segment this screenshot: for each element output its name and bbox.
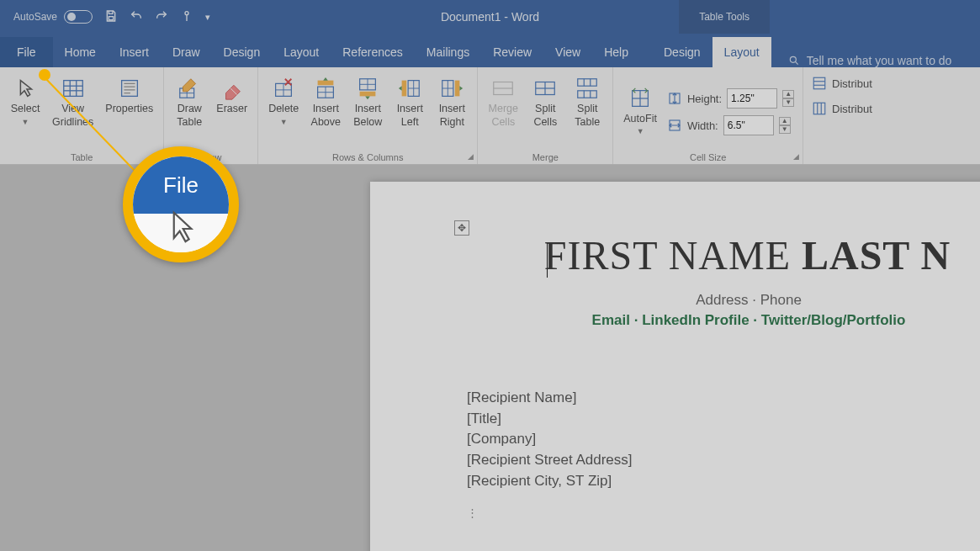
tab-table-layout[interactable]: Layout	[712, 37, 771, 67]
eraser-button[interactable]: Eraser	[211, 71, 252, 119]
insert-left-icon	[397, 74, 422, 103]
table-move-handle-icon[interactable]: ✥	[454, 220, 469, 236]
group-distribute: Distribut Distribut	[803, 67, 881, 164]
autosave-label: AutoSave	[13, 10, 93, 24]
height-icon	[667, 91, 682, 106]
recipient-address: [Recipient Street Address]	[467, 450, 980, 471]
svg-rect-19	[318, 81, 334, 86]
insert-above-button[interactable]: Insert Above	[305, 71, 346, 132]
tab-review[interactable]: Review	[481, 37, 543, 67]
address-phone[interactable]: Address · Phone	[416, 292, 980, 309]
row-width: Width: ▲▼	[667, 115, 794, 135]
group-merge: Merge Cells Split Cells Split Table Merg…	[478, 67, 613, 164]
title-bar: AutoSave ▾ Document1 - Word Table Tools	[0, 0, 980, 34]
properties-icon	[117, 74, 142, 103]
distribute-cols-button[interactable]: Distribut	[812, 101, 872, 116]
tab-layout[interactable]: Layout	[272, 37, 331, 67]
tab-help[interactable]: Help	[592, 37, 640, 67]
tab-design[interactable]: Design	[212, 37, 273, 67]
width-down[interactable]: ▼	[779, 125, 791, 134]
split-table-button[interactable]: Split Table	[567, 71, 607, 132]
split-cells-icon	[532, 74, 558, 103]
search-icon	[788, 55, 800, 66]
distribute-cols-label: Distribut	[832, 103, 872, 115]
pencil-icon	[177, 74, 202, 103]
draw-table-l1: Draw	[177, 103, 202, 116]
split-cells-button[interactable]: Split Cells	[525, 71, 565, 132]
insert-below-l2: Below	[353, 116, 382, 130]
height-up[interactable]: ▲	[782, 90, 794, 98]
insert-right-l2: Right	[440, 116, 464, 130]
delete-button[interactable]: Delete ▼	[263, 71, 304, 130]
recipient-name: [Recipient Name]	[467, 388, 980, 409]
svg-rect-27	[402, 81, 407, 97]
redo-icon[interactable]	[155, 9, 168, 25]
tab-view[interactable]: View	[543, 37, 592, 67]
view-gridlines-button[interactable]: View Gridlines	[47, 71, 98, 132]
tab-insert[interactable]: Insert	[108, 37, 161, 67]
insert-below-button[interactable]: Insert Below	[347, 71, 388, 132]
autosave-toggle[interactable]	[64, 10, 93, 24]
svg-rect-0	[109, 16, 113, 19]
group-cellsize-label: Cell Size	[690, 150, 726, 164]
split-table-l1: Split	[577, 103, 597, 116]
tab-references[interactable]: References	[331, 37, 415, 67]
autofit-label: AutoFit	[623, 113, 657, 126]
distribute-cols-icon	[812, 101, 827, 116]
merge-cells-l2: Cells	[491, 116, 515, 130]
autofit-button[interactable]: AutoFit ▼	[618, 81, 662, 140]
merge-cells-button[interactable]: Merge Cells	[483, 71, 523, 132]
resume-heading[interactable]: FIRST NAME LAST N	[416, 232, 980, 278]
customize-qat-icon[interactable]: ▾	[205, 12, 210, 23]
select-button[interactable]: Select ▼	[5, 71, 45, 130]
recipient-company: [Company]	[467, 429, 980, 450]
group-merge-label: Merge	[532, 150, 559, 164]
delete-icon	[271, 74, 296, 103]
width-up[interactable]: ▲	[779, 117, 791, 125]
svg-rect-38	[578, 91, 597, 98]
svg-rect-31	[455, 81, 460, 97]
distribute-rows-label: Distribut	[832, 77, 872, 90]
recipient-block[interactable]: [Recipient Name] [Title] [Company] [Reci…	[416, 388, 980, 491]
tab-mailings[interactable]: Mailings	[415, 37, 481, 67]
cellsize-launcher-icon[interactable]: ◢	[793, 152, 799, 161]
tab-draw[interactable]: Draw	[161, 37, 212, 67]
svg-rect-23	[360, 92, 376, 97]
svg-line-3	[795, 61, 797, 64]
properties-button[interactable]: Properties	[100, 71, 158, 119]
svg-rect-4	[63, 81, 82, 97]
touch-mode-icon[interactable]	[180, 9, 193, 25]
tab-file[interactable]: File	[0, 37, 53, 67]
autofit-icon	[628, 84, 653, 113]
rows-cols-launcher-icon[interactable]: ◢	[468, 152, 474, 161]
height-input[interactable]	[727, 88, 777, 109]
svg-rect-37	[578, 79, 597, 86]
recipient-title: [Title]	[467, 409, 980, 430]
width-input[interactable]	[723, 115, 774, 135]
insert-below-l1: Insert	[355, 103, 381, 116]
tab-home[interactable]: Home	[53, 37, 108, 67]
properties-label: Properties	[105, 103, 153, 116]
width-icon	[667, 118, 682, 133]
distribute-rows-button[interactable]: Distribut	[812, 76, 872, 91]
insert-below-icon	[355, 74, 380, 103]
insert-right-button[interactable]: Insert Right	[432, 71, 472, 132]
ribbon: Select ▼ View Gridlines Properties Table	[0, 67, 980, 165]
draw-table-button[interactable]: Draw Table	[169, 71, 209, 132]
contact-links[interactable]: Email · LinkedIn Profile · Twitter/Blog/…	[416, 312, 980, 329]
callout-anchor	[39, 69, 50, 81]
distribute-rows-icon	[812, 76, 827, 91]
svg-rect-51	[813, 103, 825, 114]
recipient-city: [Recipient City, ST Zip]	[467, 471, 980, 492]
group-rows-columns: Delete ▼ Insert Above Insert Below	[258, 67, 478, 164]
height-down[interactable]: ▼	[782, 98, 794, 107]
eraser-label: Eraser	[216, 103, 247, 116]
insert-left-button[interactable]: Insert Left	[389, 71, 430, 132]
undo-icon[interactable]	[130, 9, 143, 25]
insert-left-l2: Left	[401, 116, 419, 130]
merge-cells-l1: Merge	[489, 103, 518, 116]
tab-table-design[interactable]: Design	[652, 37, 712, 67]
save-icon[interactable]	[104, 9, 118, 25]
svg-rect-9	[121, 81, 137, 97]
tell-me-search[interactable]: Tell me what you want to do	[780, 54, 961, 67]
